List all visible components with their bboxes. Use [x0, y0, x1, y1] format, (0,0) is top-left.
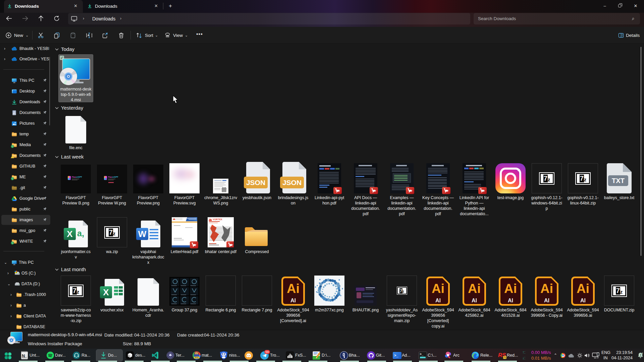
- svg-text:z: z: [642, 352, 643, 354]
- svg-text:z: z: [640, 353, 641, 356]
